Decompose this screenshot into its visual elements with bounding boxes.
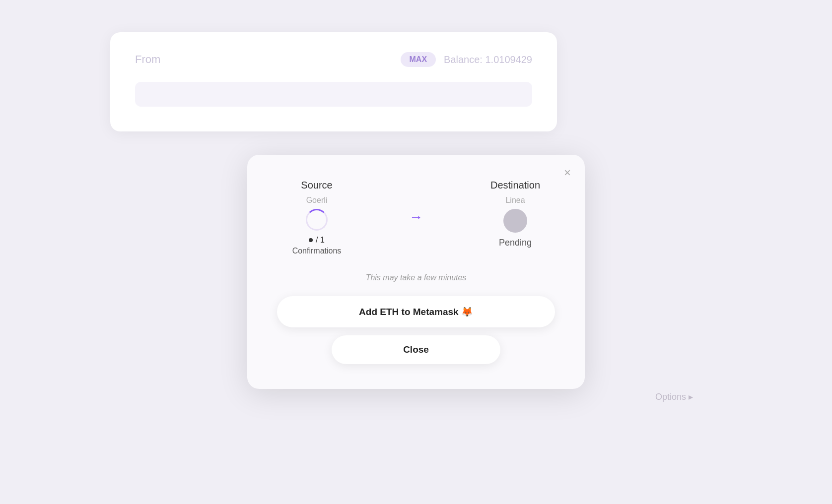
pending-circle (503, 209, 527, 233)
source-network: Goerli (306, 196, 328, 205)
pending-status: Pending (499, 238, 532, 248)
arrow-icon: → (409, 209, 423, 225)
dot-indicator (309, 238, 313, 242)
source-column: Source Goerli / 1 Confirmations (277, 180, 356, 255)
confirmations-label: Confirmations (292, 247, 342, 255)
close-button[interactable]: Close (332, 335, 500, 364)
page-wrapper: From MAX Balance: 1.0109429 Options ▸ × … (0, 0, 832, 504)
destination-column: Destination Linea Pending (476, 180, 555, 248)
destination-title: Destination (490, 180, 540, 191)
count-text: / 1 (316, 236, 325, 245)
confirmations-count: / 1 (309, 236, 325, 245)
destination-network: Linea (505, 196, 525, 205)
loading-spinner (306, 209, 328, 231)
transfer-status-row: Source Goerli / 1 Confirmations → Destin… (277, 180, 555, 255)
status-modal: × Source Goerli / 1 Confirmations → (247, 155, 585, 389)
modal-close-button[interactable]: × (564, 167, 571, 179)
add-metamask-button[interactable]: Add ETH to Metamask 🦊 (277, 296, 555, 327)
notice-text: This may take a few minutes (277, 273, 555, 282)
source-title: Source (301, 180, 332, 191)
direction-arrow: → (409, 180, 423, 225)
modal-overlay: × Source Goerli / 1 Confirmations → (0, 0, 832, 504)
